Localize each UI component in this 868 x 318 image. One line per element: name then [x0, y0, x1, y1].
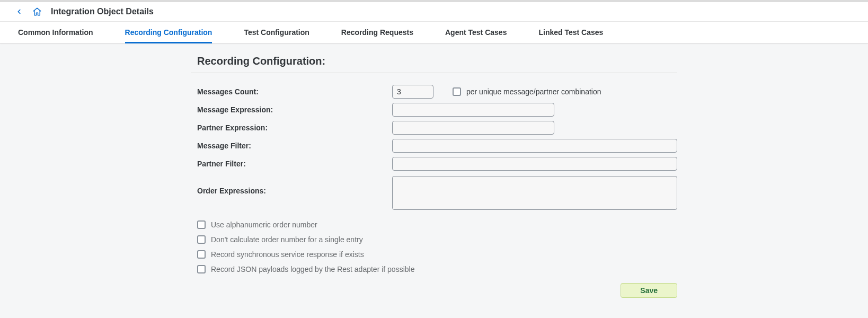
- tab-bar: Common Information Recording Configurati…: [0, 22, 868, 43]
- message-expression-input[interactable]: [392, 103, 554, 117]
- tab-test-configuration[interactable]: Test Configuration: [244, 22, 325, 43]
- label-message-filter: Message Filter:: [197, 142, 392, 150]
- json-payloads-label: Record JSON payloads logged by the Rest …: [211, 265, 414, 273]
- home-button[interactable]: [31, 5, 43, 18]
- partner-filter-input[interactable]: [392, 157, 677, 171]
- alphanumeric-label: Use alphanumeric order number: [211, 220, 317, 229]
- section-title: Recording Configuration:: [191, 55, 677, 73]
- checkbox-row-sync-response: Record synchronous service response if e…: [191, 250, 677, 259]
- row-order-expressions: Order Expressions:: [191, 176, 677, 210]
- per-unique-checkbox[interactable]: [453, 87, 461, 96]
- single-entry-checkbox[interactable]: [197, 235, 206, 244]
- tab-linked-test-cases[interactable]: Linked Test Cases: [538, 22, 619, 43]
- main-content: Recording Configuration: Messages Count:…: [189, 55, 679, 298]
- checkbox-row-single-entry: Don't calculate order number for a singl…: [191, 235, 677, 244]
- order-expressions-textarea[interactable]: [392, 176, 677, 210]
- label-partner-expression: Partner Expression:: [197, 123, 392, 132]
- tab-agent-test-cases[interactable]: Agent Test Cases: [445, 22, 522, 43]
- row-message-expression: Message Expression:: [191, 103, 677, 117]
- messages-count-input[interactable]: [392, 85, 433, 99]
- page-header: Integration Object Details: [0, 2, 868, 22]
- back-button[interactable]: [13, 5, 25, 18]
- alphanumeric-checkbox[interactable]: [197, 220, 206, 229]
- home-icon: [32, 7, 42, 16]
- json-payloads-checkbox[interactable]: [197, 265, 206, 273]
- label-message-expression: Message Expression:: [197, 105, 392, 114]
- tab-recording-configuration[interactable]: Recording Configuration: [125, 22, 228, 43]
- message-filter-input[interactable]: [392, 139, 677, 153]
- sync-response-checkbox[interactable]: [197, 250, 206, 259]
- row-partner-expression: Partner Expression:: [191, 121, 677, 135]
- label-partner-filter: Partner Filter:: [197, 160, 392, 168]
- checkbox-row-json-payloads: Record JSON payloads logged by the Rest …: [191, 265, 677, 273]
- single-entry-label: Don't calculate order number for a singl…: [211, 235, 363, 244]
- tab-common-information[interactable]: Common Information: [18, 22, 109, 43]
- back-icon: [15, 8, 23, 15]
- label-messages-count: Messages Count:: [197, 87, 392, 96]
- label-order-expressions: Order Expressions:: [197, 176, 392, 195]
- save-button[interactable]: Save: [621, 283, 677, 298]
- tab-recording-requests[interactable]: Recording Requests: [341, 22, 429, 43]
- page-title: Integration Object Details: [51, 7, 154, 16]
- row-message-filter: Message Filter:: [191, 139, 677, 153]
- row-partner-filter: Partner Filter:: [191, 157, 677, 171]
- sync-response-label: Record synchronous service response if e…: [211, 250, 364, 259]
- per-unique-label: per unique message/partner combination: [466, 87, 601, 96]
- form-footer: Save: [191, 283, 677, 298]
- row-messages-count: Messages Count: per unique message/partn…: [191, 85, 677, 99]
- per-unique-checkbox-group: per unique message/partner combination: [453, 87, 601, 96]
- checkbox-row-alphanumeric: Use alphanumeric order number: [191, 220, 677, 229]
- partner-expression-input[interactable]: [392, 121, 554, 135]
